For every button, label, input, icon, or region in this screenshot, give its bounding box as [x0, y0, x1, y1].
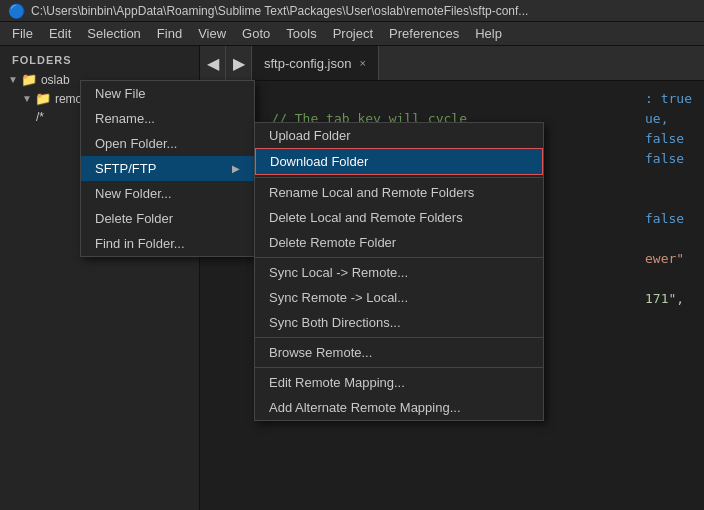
menu-find-in-folder[interactable]: Find in Folder...	[81, 231, 254, 256]
menu-add-alternate[interactable]: Add Alternate Remote Mapping...	[255, 395, 543, 420]
file-label: /*	[36, 110, 44, 124]
menu-goto[interactable]: Goto	[234, 24, 278, 43]
menu-browse-remote[interactable]: Browse Remote...	[255, 340, 543, 365]
folder-label: oslab	[41, 73, 70, 87]
menu-edit-remote-mapping[interactable]: Edit Remote Mapping...	[255, 370, 543, 395]
menu-selection[interactable]: Selection	[79, 24, 148, 43]
code-right: : true ue, false false false ewer" 171",	[633, 81, 704, 317]
menu-edit[interactable]: Edit	[41, 24, 79, 43]
title-text: C:\Users\binbin\AppData\Roaming\Sublime …	[31, 4, 528, 18]
menu-download-folder[interactable]: Download Folder	[255, 148, 543, 175]
tab-label: sftp-config.json	[264, 56, 351, 71]
menu-new-folder[interactable]: New Folder...	[81, 181, 254, 206]
separator	[255, 177, 543, 178]
arrow-icon: ▼	[22, 93, 32, 104]
menu-project[interactable]: Project	[325, 24, 381, 43]
tab-close-button[interactable]: ×	[359, 57, 365, 69]
menu-sync-local-remote[interactable]: Sync Local -> Remote...	[255, 260, 543, 285]
folder-icon: 📁	[21, 72, 37, 87]
app-icon: 🔵	[8, 3, 25, 19]
menu-rename[interactable]: Rename...	[81, 106, 254, 131]
menu-find[interactable]: Find	[149, 24, 190, 43]
arrow-icon: ▼	[8, 74, 18, 85]
menu-bar: FileEditSelectionFindViewGotoToolsProjec…	[0, 22, 704, 46]
menu-new-file[interactable]: New File	[81, 81, 254, 106]
title-bar: 🔵 C:\Users\binbin\AppData\Roaming\Sublim…	[0, 0, 704, 22]
separator	[255, 257, 543, 258]
tab-bar: ◀ ▶ sftp-config.json ×	[200, 46, 704, 81]
menu-file[interactable]: File	[4, 24, 41, 43]
separator	[255, 337, 543, 338]
menu-preferences[interactable]: Preferences	[381, 24, 467, 43]
menu-delete-remote-folder[interactable]: Delete Remote Folder	[255, 230, 543, 255]
tab-nav-right[interactable]: ▶	[226, 46, 252, 80]
menu-view[interactable]: View	[190, 24, 234, 43]
sidebar-title: FOLDERS	[0, 50, 199, 70]
context-menu-sftp: Upload Folder Download Folder Rename Loc…	[254, 122, 544, 421]
menu-delete-local-remote[interactable]: Delete Local and Remote Folders	[255, 205, 543, 230]
menu-sync-both[interactable]: Sync Both Directions...	[255, 310, 543, 335]
tab-nav-left[interactable]: ◀	[200, 46, 226, 80]
menu-sync-remote-local[interactable]: Sync Remote -> Local...	[255, 285, 543, 310]
tab-sftp-config[interactable]: sftp-config.json ×	[252, 46, 379, 80]
code-line-1: 1 {	[200, 89, 704, 109]
menu-delete-folder[interactable]: Delete Folder	[81, 206, 254, 231]
context-menu-primary: New File Rename... Open Folder... SFTP/F…	[80, 80, 255, 257]
menu-sftp-ftp[interactable]: SFTP/FTP ▶	[81, 156, 254, 181]
folder-icon: 📁	[35, 91, 51, 106]
menu-tools[interactable]: Tools	[278, 24, 324, 43]
separator	[255, 367, 543, 368]
menu-help[interactable]: Help	[467, 24, 510, 43]
menu-open-folder[interactable]: Open Folder...	[81, 131, 254, 156]
menu-upload-folder[interactable]: Upload Folder	[255, 123, 543, 148]
menu-rename-local-remote[interactable]: Rename Local and Remote Folders	[255, 180, 543, 205]
submenu-arrow-icon: ▶	[232, 163, 240, 174]
